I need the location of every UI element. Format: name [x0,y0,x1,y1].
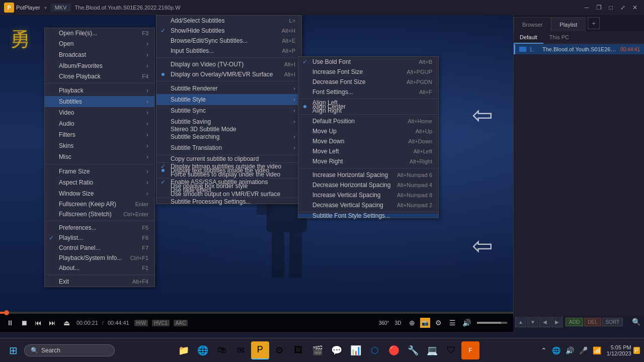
taskbar-icon-mail[interactable]: ✉ [232,341,250,359]
tray-wifi-icon[interactable]: 📶 [591,346,603,354]
menu-windowsize[interactable]: › Window Size [45,188,154,199]
sub-stereo3d[interactable]: Stereo 3D Subtitle Mode [156,127,301,131]
eject-btn[interactable]: ⏏ [60,317,72,329]
tray-up-arrow[interactable]: ⌃ [539,346,548,354]
pl-search-btn[interactable]: 🔍 [630,316,642,328]
prev-btn[interactable]: ⏮ [32,317,44,329]
taskbar-icon-media[interactable]: 🎬 [308,341,327,359]
style-decrease-size[interactable]: Decrease Font Size Alt+PGDN [298,77,438,87]
menu-fullscreen-stretch[interactable]: Fullscreen (Stretch) Ctrl+Enter [45,209,154,219]
menu-album[interactable]: › Album/Favorites [45,60,154,71]
sub-add-select[interactable]: Add/Select Subtitles L> [156,16,301,26]
menu-close-playback[interactable]: Close Playback F4 [45,71,154,81]
minimize-btn[interactable]: ─ [582,3,592,13]
menu-sysinfo[interactable]: Playback/System Info... Ctrl+F1 [45,253,154,263]
zoom-btn[interactable]: ⊕ [406,317,418,329]
taskbar-icon-messaging[interactable]: 💬 [328,341,346,359]
menu-audio[interactable]: › Audio [45,118,154,129]
taskbar-icon-store[interactable]: 🛍 [213,341,231,359]
sub-browse-edit[interactable]: Browse/Edit/Sync Subtitles... Alt+E [156,36,301,46]
style-font-settings[interactable]: Font Settings... Alt+F [298,87,438,97]
taskbar-icon-dev[interactable]: 🔧 [404,341,422,359]
taskbar-icon-potplayer[interactable]: P [251,341,269,359]
menu-open-files[interactable]: F3 Open File(s)... [45,28,154,38]
taskbar-icon-files[interactable]: 📁 [175,341,193,359]
menu-filters[interactable]: › Filters [45,129,154,140]
sub-force-under[interactable]: Force subtitles to display under the vid… [156,172,301,176]
sub-copy-clipboard[interactable]: Copy current subtitle to clipboard [156,157,301,161]
menu-open[interactable]: › Open [45,38,154,49]
tray-network-icon[interactable]: 🌐 [550,346,562,354]
settings-btn[interactable]: ⚙ [432,317,444,329]
taskbar-icon-security[interactable]: 🛡 [442,341,460,359]
sub-searching[interactable]: Subtitle Searching › [156,131,301,142]
tab-browser[interactable]: Browser [514,17,551,31]
progress-bar[interactable] [0,312,513,314]
sub-show-hide[interactable]: ✓ Show/Hide Subtitles Alt+H [156,26,301,36]
tray-potplayer-icon[interactable]: P [633,347,640,354]
menu-framesize[interactable]: › Frame Size [45,166,154,177]
menu-video[interactable]: › Video [45,107,154,118]
style-align-right[interactable]: Align Right [298,109,438,113]
add-playlist-btn[interactable]: + [588,17,600,29]
screenshot-btn[interactable]: 📷 [420,318,430,328]
style-move-down[interactable]: Move Down Alt+Down [298,136,438,146]
menu-controlpanel[interactable]: Control Panel... F7 [45,243,154,253]
subtab-thispc[interactable]: This PC [543,31,575,44]
taskbar-icon-settings[interactable]: ⚙ [270,341,288,359]
fullscreen-btn[interactable]: ⤢ [618,3,628,13]
style-bold[interactable]: ✓ Use Bold Font Alt+B [298,57,438,67]
sub-style[interactable]: Subtitle Style › [156,94,301,105]
maximize-btn[interactable]: □ [606,3,616,13]
taskbar-icon-git[interactable]: 🔴 [385,341,403,359]
menu-btn[interactable]: ☰ [446,317,458,329]
menu-preferences[interactable]: Preferences... F5 [45,223,154,233]
taskbar-icon-vscode[interactable]: ⬡ [366,341,384,359]
style-inc-horiz[interactable]: Increase Horizontal Spacing Alt+Numpad 6 [298,170,438,180]
pl-up-btn[interactable]: ▲ [515,316,526,327]
sub-smooth-vmr[interactable]: Use smooth output on VMR/EVR surface [156,192,301,196]
tray-mic-icon[interactable]: 🎤 [578,346,589,354]
sub-display-overlay[interactable]: Display on Overlay/VMR/EVR Surface Alt+I [156,69,301,79]
taskbar-icon-orange[interactable]: F [461,341,479,359]
play-pause-btn[interactable]: ⏸ [4,317,16,329]
menu-subtitles[interactable]: › Subtitles [45,96,154,107]
next-btn[interactable]: ⏭ [46,317,58,329]
style-default-pos[interactable]: Default Position Alt+Home [298,116,438,126]
style-dec-horiz[interactable]: Decrease Horizontal Spacing Alt+Numpad 4 [298,180,438,190]
style-move-left[interactable]: Move Left Alt+Left [298,146,438,156]
tab-playlist[interactable]: Playlist [551,17,586,31]
taskbar-icon-photos[interactable]: 🖼 [289,341,307,359]
taskbar-icon-edge[interactable]: 🌐 [194,341,212,359]
sub-processing-settings[interactable]: Subtitle Processing Settings... [156,200,301,204]
volume-slider[interactable] [477,322,507,324]
pl-left-btn[interactable]: ◀ [539,316,550,327]
app-logo[interactable]: P PotPlayer ▾ [4,3,47,13]
style-font-style-settings[interactable]: Subtitle Font Style Settings... [298,214,438,218]
menu-broadcast[interactable]: › Broadcast [45,49,154,60]
sub-input[interactable]: Input Subtitles... Alt+P [156,46,301,56]
pl-sort-btn[interactable]: SORT [602,318,623,326]
sub-translation[interactable]: Subtitle Translation › [156,142,301,153]
3d-btn[interactable]: 3D [392,317,404,329]
menu-misc[interactable]: › Misc [45,151,154,162]
pl-add-btn[interactable]: ADD [566,318,583,326]
subtab-default[interactable]: Default [514,31,543,44]
restore-btn[interactable]: ❐ [594,3,604,13]
style-increase-size[interactable]: Increase Font Size Alt+PGUP [298,67,438,77]
start-button[interactable]: ⊞ [4,341,22,359]
taskbar-search[interactable]: 🔍 Search [24,344,115,356]
style-dec-vert[interactable]: Decrease Vertical Spacing Alt+Numpad 2 [298,200,438,210]
pl-right-btn[interactable]: ▶ [551,316,562,327]
menu-aspectratio[interactable]: › Aspect Ratio [45,177,154,188]
angle-btn[interactable]: 360° [378,317,390,329]
menu-fullscreen-ar[interactable]: Fullscreen (Keep AR) Enter [45,199,154,209]
menu-about[interactable]: About... F1 [45,263,154,273]
menu-playback[interactable]: › Playback [45,85,154,96]
system-clock[interactable]: 5:05 PM 1/12/2023 [607,344,631,356]
close-btn[interactable]: ✕ [630,3,640,13]
taskbar-icon-vm[interactable]: 💻 [423,341,441,359]
menu-playlist[interactable]: ✓ Playlist... F6 [45,233,154,243]
pl-del-btn[interactable]: DEL [584,318,601,326]
style-move-right[interactable]: Move Right Alt+Right [298,156,438,166]
